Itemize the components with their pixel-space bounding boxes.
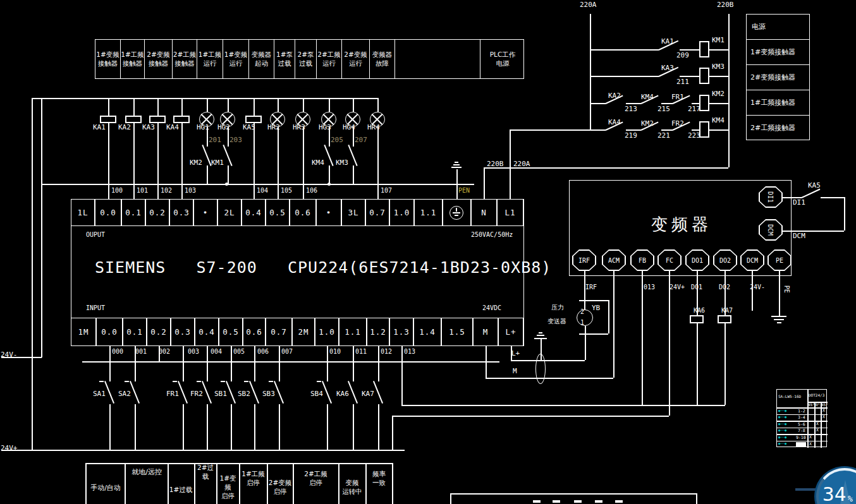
contact-label: KM2 (190, 159, 202, 167)
wire (642, 271, 643, 405)
wire (32, 98, 33, 450)
wire-number: 003 (188, 348, 199, 356)
device-label: HG4 (343, 124, 355, 132)
inverter-terminal: FB (630, 249, 654, 271)
relay-coil (125, 116, 142, 123)
wire (353, 346, 354, 381)
pen-wire-label: PEN (458, 187, 470, 195)
ground-icon (534, 338, 547, 339)
wire (327, 346, 328, 381)
contact-label: KA3 (661, 64, 674, 73)
relay-coil (718, 315, 731, 323)
wire (159, 346, 160, 361)
wire (41, 184, 474, 185)
wire-number: 217 (688, 105, 700, 114)
legend-row: 2#工频接触器 (747, 116, 809, 140)
legend-row: 电源 (747, 15, 809, 40)
ground-icon (777, 322, 781, 323)
wire (1, 450, 405, 451)
contact-label: KA2 (608, 92, 621, 100)
wire (207, 404, 208, 450)
contact-label: FR2 (671, 120, 684, 128)
ground-icon (451, 167, 462, 168)
device-label: KA4 (166, 124, 179, 132)
annotation-cell: 2#工频 启停 (293, 466, 338, 491)
legend-mark: X (822, 415, 825, 419)
contact-label: KA1 (661, 38, 674, 46)
plc-terminal: 1.2 (367, 318, 389, 346)
contact-blade (104, 381, 114, 404)
wire (303, 127, 304, 199)
contact-label: KM4 (312, 159, 324, 167)
plc-output-label: OUPUT (86, 231, 105, 239)
transmitter-port: 1 (580, 319, 584, 327)
plc-terminal: 3L (341, 199, 365, 226)
wire-label: 013 (644, 284, 655, 291)
inverter-terminal-dcm: DCM (759, 219, 783, 241)
wire-number: 215 (657, 105, 670, 114)
contact-label: KA4 (608, 119, 621, 127)
rail-label-220b: 220B (487, 160, 504, 169)
clipped-text-mark (533, 500, 541, 503)
wire (680, 76, 699, 77)
wire (254, 123, 255, 199)
contact-blade (348, 145, 357, 166)
wire-number: 103 (185, 187, 196, 195)
badge-connector-line (795, 488, 816, 491)
wire (590, 14, 591, 129)
wire-number: 201 (209, 136, 221, 145)
wire-number: 013 (404, 348, 415, 356)
contact-blade (223, 145, 232, 166)
wire-number: 211 (676, 78, 689, 87)
coil-label: KM3 (712, 63, 725, 71)
annotation-cell: 1#变频 运行 (223, 40, 249, 78)
contact-blade (274, 381, 284, 404)
inverter-terminal: DO2 (713, 249, 737, 271)
wire-label-dcm: DCM (793, 232, 805, 241)
switch-label: SB3 (262, 390, 275, 399)
clipped-text-mark (595, 500, 602, 503)
wire (579, 333, 608, 335)
table-border (392, 463, 393, 504)
wire-label: PE (783, 285, 790, 293)
wire-label: 24V- (750, 284, 765, 291)
legend-row-label: 3-4 (798, 416, 805, 420)
wire-number: 011 (355, 348, 367, 356)
device-label: HR3 (293, 124, 305, 132)
device-label: KA1 (93, 124, 106, 132)
annotation-cell: 2#过载 (195, 466, 216, 479)
switch-label: FR2 (190, 390, 203, 399)
plc-terminal-pe (443, 199, 471, 226)
progress-badge[interactable]: 34 % (814, 466, 856, 504)
transmitter-port: 2 (580, 308, 584, 316)
wire (207, 98, 208, 112)
annotation-cell: 2#泵 过载 (295, 40, 317, 78)
wire (228, 98, 229, 112)
switch-symbol-icon: ●┉┉● (778, 423, 786, 426)
wire (353, 98, 354, 112)
plc-model-title: SIEMENS S7-200 CPU224(6ES7214-1BD23-0XB8… (95, 258, 551, 277)
contact-label: KM4 (641, 93, 654, 102)
annotation-cell: 2#变频 启停 (267, 475, 293, 500)
legend-mark: X (816, 422, 819, 426)
wire-number: 203 (229, 136, 242, 145)
table-border (807, 390, 809, 448)
device-label: KA2 (118, 124, 131, 132)
plc-terminal: 2M (292, 318, 315, 346)
legend-row: 1#变频接触器 (747, 40, 809, 65)
plc-terminal: 0.2 (145, 199, 169, 226)
clipped-text-mark (574, 500, 582, 503)
rail-label-220b: 220B (717, 1, 734, 9)
transmitter-name: 压力 (551, 304, 564, 311)
title-box-border (696, 493, 697, 504)
wire (329, 165, 330, 184)
ground-icon (453, 164, 460, 165)
legend-mark: X (816, 428, 819, 433)
wire (697, 323, 698, 405)
plc-terminal: 1L (71, 199, 95, 226)
wire (278, 127, 279, 199)
plc-terminal: 0.0 (95, 199, 121, 226)
wire-number: 102 (161, 187, 172, 195)
wire-label-lplus: L+ (511, 350, 520, 358)
switch-tick (125, 381, 129, 382)
